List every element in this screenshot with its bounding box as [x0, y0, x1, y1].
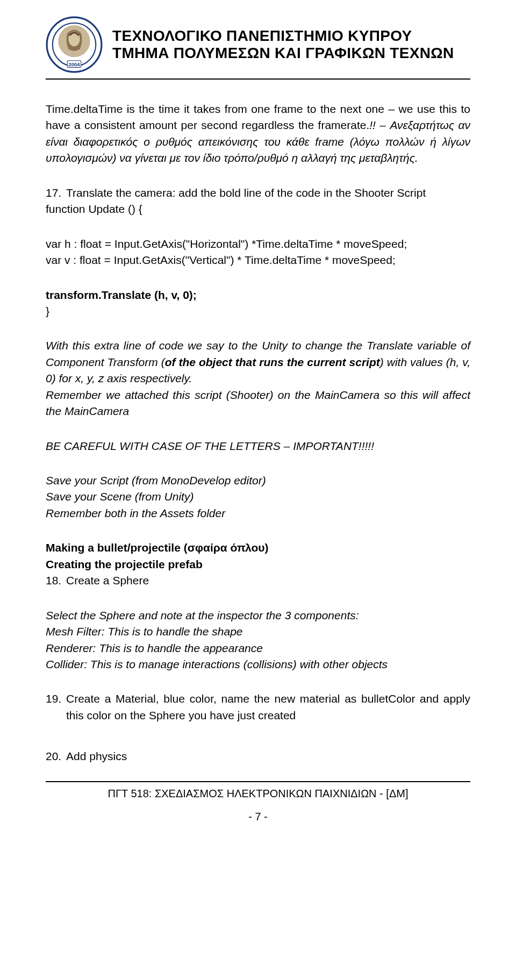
inspector-note: Mesh Filter: This is to handle the shape [46, 624, 470, 640]
footer-text: ΠΓΤ 518: ΣΧΕΔΙΑΣΜΟΣ ΗΛΕΚΤΡΟΝΙΚΩΝ ΠΑΙΧΝΙΔ… [46, 788, 470, 800]
section-heading: Making a bullet/projectile (σφαίρα όπλου… [46, 540, 470, 556]
step-text: Translate the camera: add the bold line … [66, 185, 470, 201]
section-subheading: Creating the projectile prefab [46, 556, 470, 573]
save-instruction: Save your Script (from MonoDevelop edito… [46, 473, 470, 489]
header-title-line1: ΤΕΧΝΟΛΟΓΙΚΟ ΠΑΝΕΠΙΣΤΗΜΙΟ ΚΥΠΡΟΥ [112, 27, 470, 45]
save-instruction: Remember both in the Assets folder [46, 505, 470, 521]
intro-paragraph: Time.deltaTime is the time it takes from… [46, 101, 470, 167]
save-instruction: Save your Scene (from Unity) [46, 489, 470, 505]
header-titles: ΤΕΧΝΟΛΟΓΙΚΟ ΠΑΝΕΠΙΣΤΗΜΙΟ ΚΥΠΡΟΥ ΤΜΗΜΑ ΠΟ… [112, 27, 470, 62]
code-line: var v : float = Input.GetAxis("Vertical"… [46, 252, 470, 268]
document-page: 2004 ΤΕΧΝΟΛΟΓΙΚΟ ΠΑΝΕΠΙΣΤΗΜΙΟ ΚΥΠΡΟΥ ΤΜΗ… [0, 0, 516, 980]
inspector-note: Renderer: This is to handle the appearan… [46, 640, 470, 656]
code-close: } [46, 303, 470, 319]
inspector-note: Collider: This is to manage interactions… [46, 656, 470, 673]
step-text: Create a Material, blue color, name the … [66, 691, 470, 724]
document-header: 2004 ΤΕΧΝΟΛΟΓΙΚΟ ΠΑΝΕΠΙΣΤΗΜΙΟ ΚΥΠΡΟΥ ΤΜΗ… [46, 16, 470, 73]
explain-b: of the object that runs the current scri… [165, 356, 380, 368]
header-divider [46, 78, 470, 80]
header-title-line2: ΤΜΗΜΑ ΠΟΛΥΜΕΣΩΝ ΚΑΙ ΓΡΑΦΙΚΩΝ ΤΕΧΝΩΝ [112, 45, 470, 62]
code-line-bold: transform.Translate (h, v, 0); [46, 287, 470, 303]
step-text: Add physics [66, 748, 470, 764]
page-number: - 7 - [46, 811, 470, 823]
code-line: var h : float = Input.GetAxis("Horizonta… [46, 236, 470, 252]
step-text: Create a Sphere [66, 573, 470, 589]
step-number: 17. [46, 185, 66, 201]
inspector-note: Select the Sphere and note at the inspec… [46, 607, 470, 624]
step-number: 20. [46, 748, 66, 764]
footer-divider [46, 781, 470, 782]
explain-paragraph: Remember we attached this script (Shoote… [46, 387, 470, 420]
step-20: 20. Add physics [46, 748, 470, 764]
code-open: function Update () { [46, 201, 470, 217]
warning-text: BE CAREFUL WITH CASE OF THE LETTERS – IM… [46, 438, 470, 454]
step-number: 19. [46, 691, 66, 724]
step-17: 17. Translate the camera: add the bold l… [46, 185, 470, 201]
explain-paragraph: With this extra line of code we say to t… [46, 338, 470, 387]
university-logo-icon: 2004 [46, 16, 103, 73]
logo-year: 2004 [68, 61, 80, 67]
step-number: 18. [46, 573, 66, 589]
document-body: Time.deltaTime is the time it takes from… [46, 101, 470, 765]
step-18: 18. Create a Sphere [46, 573, 470, 589]
step-19: 19. Create a Material, blue color, name … [46, 691, 470, 724]
